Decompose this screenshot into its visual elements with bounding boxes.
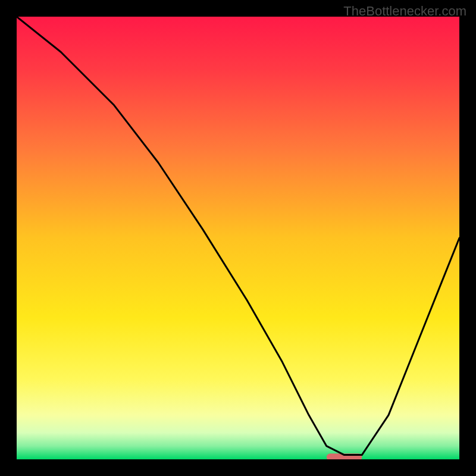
chart-background [17, 17, 459, 459]
bottleneck-chart [17, 17, 459, 459]
watermark-text: TheBottlenecker.com [343, 4, 466, 19]
chart-svg [17, 17, 459, 459]
